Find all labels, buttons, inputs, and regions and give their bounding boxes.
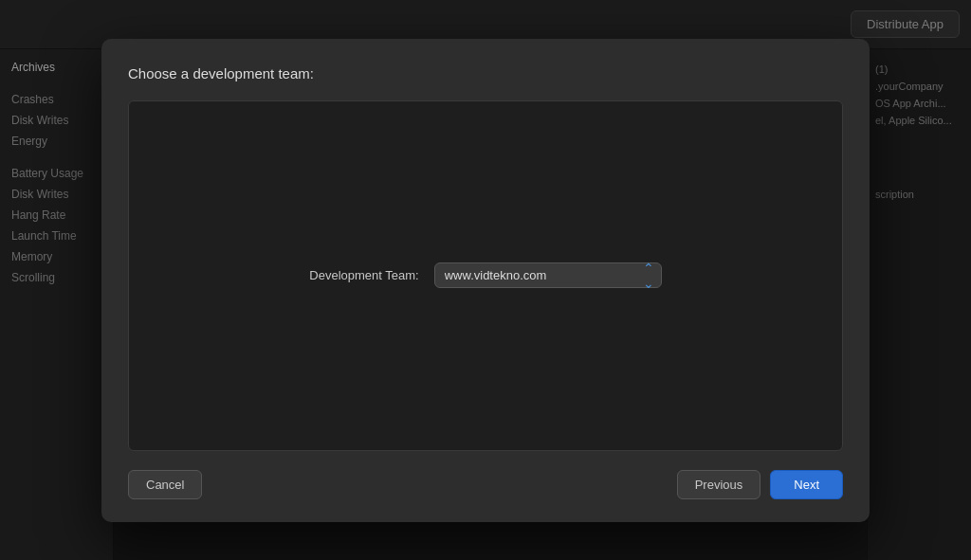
cancel-button[interactable]: Cancel <box>128 470 202 499</box>
previous-button[interactable]: Previous <box>677 470 761 499</box>
dialog: Choose a development team: Development T… <box>101 39 870 522</box>
dialog-title: Choose a development team: <box>128 65 843 81</box>
dev-team-row: Development Team: www.vidtekno.com ⌃⌄ <box>309 262 661 288</box>
dev-team-label: Development Team: <box>309 268 418 282</box>
modal-overlay: Choose a development team: Development T… <box>0 0 971 560</box>
footer-right: Previous Next <box>677 470 843 499</box>
dev-team-select[interactable]: www.vidtekno.com <box>434 262 662 288</box>
select-wrapper[interactable]: www.vidtekno.com ⌃⌄ <box>434 262 662 288</box>
dialog-footer: Cancel Previous Next <box>128 470 843 499</box>
next-button[interactable]: Next <box>770 470 843 499</box>
dialog-content-area: Development Team: www.vidtekno.com ⌃⌄ <box>128 100 843 451</box>
